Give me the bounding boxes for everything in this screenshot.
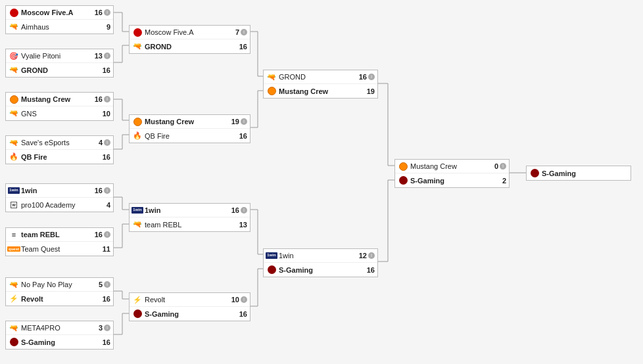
score: 10 [230,296,239,304]
score: 19 [230,118,239,125]
score: 16 [238,43,247,51]
team-row: 1win 1win 16 i [6,184,113,198]
match-m5: 1win 1win 16 i W pro100 Academy 4 [5,183,114,212]
info-icon[interactable]: i [241,207,247,214]
score: 10 [101,110,110,118]
moscow-icon [132,27,143,37]
team-row: S-Gaming [527,166,631,180]
info-icon[interactable]: i [104,53,110,59]
1win-icon: 1win [9,185,19,196]
score: 5 [93,281,103,288]
team-name: Mustang Crew [279,87,366,95]
team-name: 1win [21,187,93,194]
match-m6: ≡ team REBL 16 i quest Team Quest 11 [5,227,114,256]
mustang-icon [398,161,408,171]
team-name: Moscow Five.A [21,9,93,16]
info-icon[interactable]: i [241,296,247,303]
score: 16 [366,266,375,274]
score: 16 [238,132,247,140]
info-icon[interactable]: i [104,96,110,102]
team-row: 🔫 team REBL 13 [130,217,250,231]
info-icon[interactable]: i [104,325,110,331]
team-row: 🔫 Save's eSports 4 i [6,136,113,150]
info-icon[interactable]: i [104,187,110,194]
team-row: Mustang Crew 16 i [6,93,113,106]
team-row: 🔫 GNS 10 [6,106,113,120]
score: 11 [101,245,110,253]
gun-icon: 🔫 [266,72,277,82]
match-m7: 🔫 No Pay No Play 5 i ⚡ Revolt 16 [5,277,114,306]
score: 3 [93,324,103,332]
info-icon[interactable]: i [368,252,375,259]
team-name: Moscow Five.A [145,28,230,36]
match-m15: Mustang Crew 0 i S-Gaming 2 [394,159,510,188]
sgaming-icon [529,168,540,179]
team-row: 🔫 GROND 16 [6,63,113,77]
team-name: Mustang Crew [21,95,93,103]
mustang-icon [132,116,143,127]
team-name: GROND [145,43,238,51]
team-name: GNS [21,110,101,118]
team-row: 🎯 Vyalie Pitoni 13 i [6,49,113,63]
team-name: Revolt [145,296,230,304]
fire-icon: 🔥 [132,131,143,141]
sgaming-icon [266,265,277,275]
sgaming-icon [132,309,143,319]
team-row: 🔥 QB Fire 16 [130,129,250,143]
match-m4: 🔫 Save's eSports 4 i 🔥 QB Fire 16 [5,135,114,164]
team-row: 🔫 META4PRO 3 i [6,321,113,335]
match-m8: 🔫 META4PRO 3 i S-Gaming 16 [5,321,114,350]
score: 16 [101,295,110,303]
target-icon: 🎯 [9,51,19,61]
sgaming-icon [398,175,408,186]
team-row: quest Team Quest 11 [6,242,113,256]
mustang-icon [266,86,277,97]
score: 16 [93,9,103,16]
team-name: GROND [21,66,101,74]
team-row: Moscow Five.A 16 i [6,6,113,20]
team-row: ≡ team REBL 16 i [6,228,113,242]
team-name: Revolt [21,295,101,303]
moscow-icon [9,7,19,18]
info-icon[interactable]: i [368,74,375,80]
gun-icon: 🔫 [132,41,143,52]
team-name: S-Gaming [279,266,366,274]
team-name: GROND [279,73,358,81]
score: 4 [93,139,103,147]
match-m9: Moscow Five.A 7 i 🔫 GROND 16 [129,25,250,54]
info-icon[interactable]: i [104,9,110,16]
bars-icon: ≡ [9,229,19,240]
team-name: Mustang Crew [145,118,230,125]
1win-icon: 1win [266,250,277,261]
1win-icon: 1win [132,205,143,216]
info-icon[interactable]: i [241,118,247,125]
gun-icon: 🔫 [9,323,19,333]
team-name: 1win [145,206,230,214]
info-icon[interactable]: i [241,29,247,35]
sgaming-icon [9,337,19,348]
gun-icon: 🔫 [9,137,19,148]
mustang-icon [9,94,19,104]
info-icon[interactable]: i [500,163,506,170]
team-name: No Pay No Play [21,281,93,288]
score: 12 [358,252,367,260]
info-icon[interactable]: i [104,281,110,288]
info-icon[interactable]: i [104,139,110,146]
score: 16 [101,338,110,346]
team-row: S-Gaming 2 [395,173,509,187]
team-row: 1win 1win 12 i [264,249,377,263]
match-m2: 🎯 Vyalie Pitoni 13 i 🔫 GROND 16 [5,49,114,78]
team-row: Mustang Crew 19 i [130,115,250,129]
info-icon[interactable]: i [104,231,110,238]
team-name: Team Quest [21,245,101,253]
team-name: team REBL [145,221,238,229]
score: 16 [93,95,103,103]
score: 16 [101,66,110,74]
team-row: Moscow Five.A 7 i [130,26,250,39]
score: 16 [230,206,239,214]
team-name: S-Gaming [542,170,628,177]
team-name: Save's eSports [21,139,93,147]
score: 16 [101,153,110,161]
bars-icon: 🔫 [132,219,143,230]
team-row: S-Gaming 16 [130,307,250,321]
